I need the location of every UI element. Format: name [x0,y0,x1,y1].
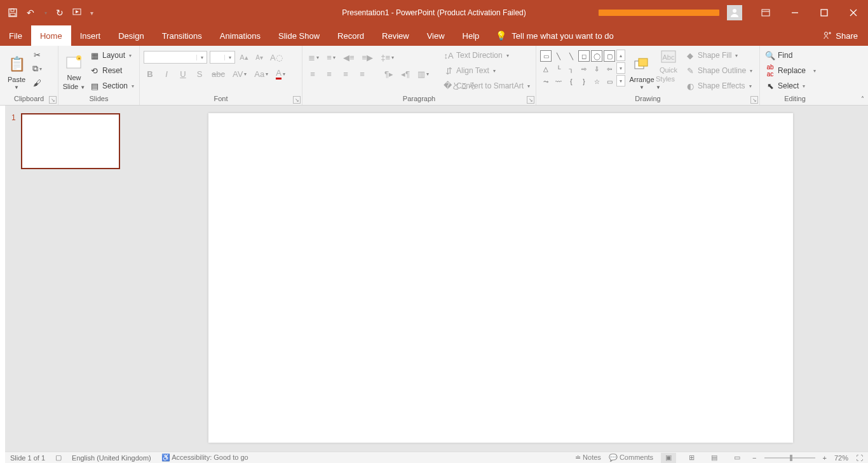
tab-view[interactable]: View [418,25,454,46]
notes-button[interactable]: ≐ Notes [575,453,601,462]
minimize-button[interactable] [780,0,810,25]
select-button[interactable]: ⬉Select▾ [764,79,817,93]
convert-smartart-button[interactable]: �ところConvert to SmartArt▾ [442,79,531,93]
clipboard-dialog-launcher[interactable]: ↘ [49,96,57,104]
slide-thumbnail-1[interactable] [21,113,120,169]
change-case-button[interactable]: Aa▾ [252,67,270,80]
slide-canvas[interactable] [208,113,793,443]
reading-view-button[interactable]: ▤ [707,453,722,463]
shape-line2-icon[interactable]: ╲ [566,50,577,62]
maximize-button[interactable] [810,0,839,25]
align-right-button[interactable]: ≡ [339,67,352,80]
font-color-button[interactable]: A▾ [274,67,287,80]
columns-button[interactable]: ▥▾ [416,67,431,80]
reset-button[interactable]: ⟲Reset [88,64,135,78]
close-button[interactable] [839,0,868,25]
slide-canvas-area[interactable] [137,106,868,452]
font-name-combo[interactable]: ▾ [144,51,207,64]
tab-transitions[interactable]: Transitions [153,25,211,46]
shape-curve-icon[interactable]: ⤳ [540,76,552,87]
font-dialog-launcher[interactable]: ↘ [293,96,301,104]
tab-record[interactable]: Record [329,25,373,46]
decrease-font-button[interactable]: A▾ [253,51,266,64]
line-spacing-button[interactable]: ‡≡▾ [379,51,396,64]
zoom-in-button[interactable]: + [823,454,827,462]
drawing-dialog-launcher[interactable]: ↘ [750,96,758,104]
increase-indent-button[interactable]: ≡▶ [360,51,376,64]
shapes-gallery[interactable]: ▭ ╲ ╲ ◻ ◯ ▢ △ └ ┐ ⇨ ⇩ ⇦ ⤳ 〰 { } ☆ [540,50,615,87]
shape-fill-button[interactable]: ◆Shape Fill▾ [684,48,754,62]
qat-customize-icon[interactable]: ▾ [90,10,93,17]
shadow-button[interactable]: S [193,67,206,80]
align-text-button[interactable]: ⇵Align Text▾ [442,64,531,78]
tab-help[interactable]: Help [454,25,489,46]
zoom-slider[interactable] [764,457,815,459]
justify-button[interactable]: ≡ [356,67,369,80]
shape-rounded-icon[interactable]: ▢ [604,50,615,62]
collapse-ribbon-icon[interactable]: ˄ [861,95,864,102]
quick-styles-button[interactable]: Abc Quick Styles ▼ [656,48,681,90]
strikethrough-button[interactable]: abc [210,67,227,80]
share-button[interactable]: Share [813,25,868,46]
shape-elbow-icon[interactable]: ┐ [566,63,577,74]
shape-star-icon[interactable]: ☆ [591,76,602,87]
underline-button[interactable]: U [177,67,189,80]
undo-icon[interactable]: ↶ [25,8,36,18]
thumbnail-row[interactable]: 1 [11,113,131,169]
shape-outline-button[interactable]: ✎Shape Outline▾ [684,64,754,78]
slide-sorter-view-button[interactable]: ⊞ [684,453,699,463]
char-spacing-button[interactable]: AV▾ [231,67,248,80]
new-slide-button[interactable]: ✦ New Slide ▼ [62,48,86,90]
status-language[interactable]: English (United Kingdom) [72,454,151,462]
gallery-expand-icon[interactable]: ▾ [616,75,625,86]
tab-design[interactable]: Design [109,25,153,46]
accessibility-status[interactable]: ♿ Accessibility: Good to go [161,453,248,462]
clear-formatting-button[interactable]: A◌ [268,51,285,64]
shape-effects-button[interactable]: ◐Shape Effects▾ [684,79,754,93]
numbering-button[interactable]: ≡▾ [325,51,337,64]
rtl-button[interactable]: ◂¶ [399,67,412,80]
redo-icon[interactable]: ↻ [55,8,65,18]
undo-more-icon[interactable]: ▾ [44,10,47,16]
fit-to-window-button[interactable]: ⛶ [856,454,863,462]
tab-animations[interactable]: Animations [211,25,269,46]
shape-brace-r-icon[interactable]: } [578,76,590,87]
shape-connector-icon[interactable]: └ [553,63,564,74]
shape-rectangle-icon[interactable]: ▭ [540,50,552,62]
tell-me-search[interactable]: 💡 Tell me what you want to do [496,25,613,46]
start-from-beginning-icon[interactable] [72,8,83,18]
cut-button[interactable]: ✂ [31,48,44,61]
ribbon-display-options-icon[interactable] [751,0,780,25]
increase-font-button[interactable]: A▴ [238,51,250,64]
tab-slide-show[interactable]: Slide Show [269,25,329,46]
save-icon[interactable] [8,8,18,18]
replace-button[interactable]: abacReplace▾ [764,64,817,78]
shape-square-icon[interactable]: ◻ [578,50,590,62]
paste-button[interactable]: 📋 Paste ▼ [4,48,29,90]
normal-view-button[interactable]: ▣ [661,453,676,463]
font-size-combo[interactable]: ▾ [210,51,235,64]
copy-button[interactable]: ⧉▾ [31,62,44,75]
shape-brace-l-icon[interactable]: { [566,76,577,87]
align-center-button[interactable]: ≡ [323,67,336,80]
tab-home[interactable]: Home [31,25,71,46]
scroll-down-icon[interactable]: ▾ [616,62,625,74]
shape-triangle-icon[interactable]: △ [540,63,552,74]
shape-oval-icon[interactable]: ◯ [591,50,602,62]
comments-button[interactable]: 💬 Comments [609,453,653,462]
tab-file[interactable]: File [0,25,31,46]
slide-thumbnail-pane[interactable]: 1 [5,106,137,452]
tab-review[interactable]: Review [373,25,418,46]
shape-action-icon[interactable]: ▭ [604,76,615,87]
shape-arrow-left-icon[interactable]: ⇦ [604,63,615,74]
scroll-up-icon[interactable]: ▴ [616,50,625,61]
italic-button[interactable]: I [160,67,173,80]
shape-arrow-down-icon[interactable]: ⇩ [591,63,602,74]
shape-line-icon[interactable]: ╲ [553,50,564,62]
shapes-gallery-scroll[interactable]: ▴ ▾ ▾ [616,50,625,88]
shape-freeform-icon[interactable]: 〰 [553,76,564,87]
bold-button[interactable]: B [144,67,156,80]
bullets-button[interactable]: ≣▾ [306,51,321,64]
arrange-button[interactable]: Arrange ▼ [629,48,654,90]
shape-arrow-right-icon[interactable]: ⇨ [578,63,590,74]
